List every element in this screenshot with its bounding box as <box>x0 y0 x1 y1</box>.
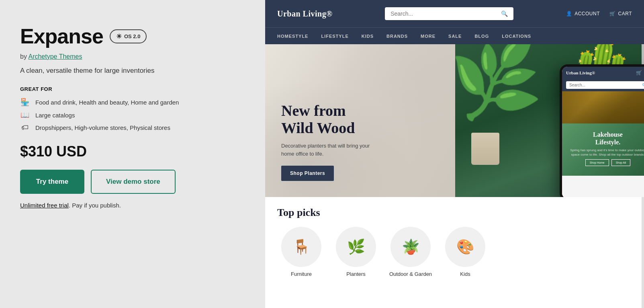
feature-text: Food and drink, Health and beauty, Home … <box>35 99 179 106</box>
account-label: ACCOUNT <box>574 11 600 16</box>
cart-button[interactable]: 🛒 CART <box>609 11 632 16</box>
by-line: by Archetype Themes <box>20 53 245 60</box>
author-link[interactable]: Archetype Themes <box>28 53 82 60</box>
planter-decoration <box>471 133 499 165</box>
account-icon: 👤 <box>566 11 572 16</box>
mobile-header-icons: 🛒 ☰ <box>636 70 644 76</box>
mobile-search-bar: 🔍 <box>562 79 644 91</box>
store-main: New fromWild Wood Decorative planters th… <box>265 44 644 308</box>
hero-left: New fromWild Wood Decorative planters th… <box>265 44 455 197</box>
store-header: Urban Living® 🔍 👤 ACCOUNT 🛒 CART <box>265 0 644 27</box>
pick-item-planters[interactable]: 🌿 Planters <box>332 227 380 277</box>
store-bottom: Top picks 🪑 Furniture 🌿 Planters 🪴 Outdo… <box>265 197 644 277</box>
nav-item-sale[interactable]: SALE <box>448 32 462 40</box>
top-picks-grid: 🪑 Furniture 🌿 Planters 🪴 Outdoor & Garde… <box>277 227 632 277</box>
left-panel: Expanse ☀ OS 2.0 by Archetype Themes A c… <box>0 0 265 308</box>
pick-circle-kids: 🎨 <box>445 227 485 267</box>
trial-link[interactable]: Unlimited free trial <box>20 202 69 209</box>
try-theme-button[interactable]: Try theme <box>20 170 84 194</box>
mobile-overlay-title: LakehouseLifestyle. <box>566 131 644 146</box>
account-button[interactable]: 👤 ACCOUNT <box>566 11 600 16</box>
hero-subtitle: Decorative planters that will bring your… <box>281 142 378 158</box>
mobile-outdoor-image <box>562 91 644 123</box>
features-list: 🏪 Food and drink, Health and beauty, Hom… <box>20 98 245 132</box>
hero-content: New fromWild Wood Decorative planters th… <box>281 102 378 181</box>
store-header-right: 👤 ACCOUNT 🛒 CART <box>566 11 632 16</box>
store-logo: Urban Living® <box>277 9 333 18</box>
great-for-label: GREAT FOR <box>20 86 245 92</box>
pick-label-kids: Kids <box>460 271 470 277</box>
mobile-overlay-subtitle: Spring has sprung and it's time to make … <box>566 148 644 157</box>
theme-title: Expanse <box>20 24 103 48</box>
mobile-header: Urban Living® 🛒 ☰ <box>562 67 644 79</box>
hero-title: New fromWild Wood <box>281 102 378 137</box>
mobile-shop-all-button[interactable]: Shop All <box>611 159 631 166</box>
feature-text: Large catalogs <box>35 112 75 119</box>
theme-description: A clean, versatile theme for large inven… <box>20 67 245 75</box>
right-panel: Urban Living® 🔍 👤 ACCOUNT 🛒 CART HOMESTY… <box>265 0 644 308</box>
view-demo-button[interactable]: View demo store <box>91 170 176 194</box>
store-preview: Urban Living® 🔍 👤 ACCOUNT 🛒 CART HOMESTY… <box>265 0 644 308</box>
plant-decoration-left: 🌿 <box>455 44 545 125</box>
cart-icon: 🛒 <box>609 11 616 16</box>
pick-circle-outdoor: 🪴 <box>390 227 431 267</box>
hero-cta-button[interactable]: Shop Planters <box>281 166 334 181</box>
nav-item-blog[interactable]: BLOG <box>474 32 489 40</box>
mobile-search-icon: 🔍 <box>642 83 644 87</box>
mobile-lifestyle-image: LakehouseLifestyle. Spring has sprung an… <box>562 123 644 176</box>
pick-circle-planters: 🌿 <box>336 227 376 267</box>
mobile-shop-home-button[interactable]: Shop Home <box>585 159 609 166</box>
price-display: $310 USD <box>20 143 245 160</box>
nav-item-brands[interactable]: BRANDS <box>386 32 408 40</box>
pick-label-planters: Planters <box>346 271 366 277</box>
nav-item-lifestyle[interactable]: LIFESTYLE <box>321 32 348 40</box>
store-search-bar[interactable]: 🔍 <box>385 7 513 20</box>
search-icon: 🔍 <box>501 10 508 17</box>
mobile-search-inner[interactable]: 🔍 <box>566 81 644 89</box>
mobile-search-input[interactable] <box>569 83 640 87</box>
list-item: 📖 Large catalogs <box>20 111 245 119</box>
list-item: 🏷 Dropshippers, High-volume stores, Phys… <box>20 123 245 132</box>
mobile-inner: Urban Living® 🛒 ☰ 🔍 <box>562 67 644 197</box>
pick-circle-furniture: 🪑 <box>281 227 321 267</box>
pick-label-furniture: Furniture <box>291 271 312 277</box>
top-picks-title: Top picks <box>277 207 632 219</box>
mobile-cart-icon: 🛒 <box>636 70 642 76</box>
sun-icon: ☀ <box>116 33 122 40</box>
nav-item-homestyle[interactable]: HOMESTYLE <box>277 32 308 40</box>
tag-icon: 🏷 <box>20 123 30 132</box>
button-row: Try theme View demo store <box>20 170 245 194</box>
store-icon: 🏪 <box>20 98 30 107</box>
list-item: 🏪 Food and drink, Health and beauty, Hom… <box>20 98 245 107</box>
mobile-shop-buttons: Shop Home Shop All <box>566 157 644 168</box>
pick-item-kids[interactable]: 🎨 Kids <box>441 227 489 277</box>
catalog-icon: 📖 <box>20 111 30 119</box>
store-nav: HOMESTYLE LIFESTYLE KIDS BRANDS MORE SAL… <box>265 27 644 44</box>
cart-label: CART <box>618 11 632 16</box>
trial-text: Unlimited free trial. Pay if you publish… <box>20 202 245 209</box>
nav-item-kids[interactable]: KIDS <box>362 32 374 40</box>
os-badge: ☀ OS 2.0 <box>110 29 147 43</box>
hero-right: 🌿 🌵 Urban Living® 🛒 ☰ <box>455 44 644 197</box>
mobile-logo: Urban Living® <box>566 70 595 75</box>
pick-item-furniture[interactable]: 🪑 Furniture <box>277 227 325 277</box>
pick-label-outdoor: Outdoor & Garden <box>389 271 432 277</box>
feature-text: Dropshippers, High-volume stores, Physic… <box>35 124 170 131</box>
nav-item-more[interactable]: MORE <box>421 32 435 40</box>
nav-item-locations[interactable]: LOCATIONS <box>502 32 531 40</box>
pick-item-outdoor[interactable]: 🪴 Outdoor & Garden <box>386 227 435 277</box>
mobile-preview: Urban Living® 🛒 ☰ 🔍 <box>560 64 644 197</box>
hero-section: New fromWild Wood Decorative planters th… <box>265 44 644 197</box>
theme-title-row: Expanse ☀ OS 2.0 <box>20 24 245 48</box>
mobile-content: LakehouseLifestyle. Spring has sprung an… <box>562 91 644 197</box>
store-search-input[interactable] <box>390 10 498 17</box>
os-badge-label: OS 2.0 <box>124 33 140 39</box>
